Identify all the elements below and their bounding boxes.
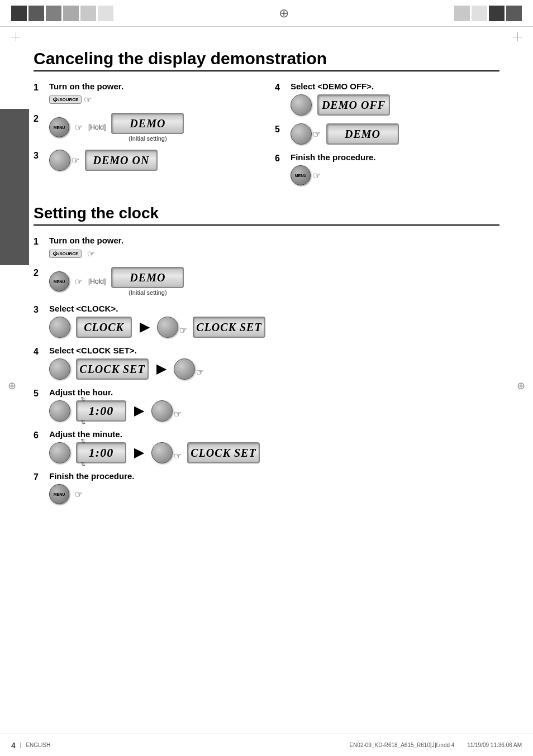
- clock-hold-label-2: [Hold]: [88, 277, 106, 285]
- demo-step-6-body: Finish the procedure. MENU ☞: [291, 152, 499, 185]
- section2-title: Setting the clock: [34, 204, 499, 222]
- reg-mark-mid-left: ⊕: [8, 380, 16, 392]
- demo-step-6-num: 6: [275, 154, 291, 164]
- knob-circle-3[interactable]: [49, 150, 70, 171]
- menu-finish-group: MENU ☞: [291, 165, 321, 185]
- clock-step-5: 5 Adjust the hour. ⇅ 1:00 ⇅ ▶ ☞: [34, 387, 499, 422]
- hand-icon-c5: ☞: [174, 409, 182, 419]
- clock-step-2-row: MENU ☞ [Hold] DEMO (Initial setting): [49, 267, 499, 296]
- color-block-4: [63, 6, 79, 21]
- arrow-3: ▶: [140, 320, 149, 334]
- color-block-1: [11, 6, 27, 21]
- demo-step-4-row: DEMO OFF: [291, 94, 499, 116]
- source-button-group: ⏻/SOURCE ☞: [49, 94, 92, 105]
- demo-step-5-row: ☞ DEMO: [291, 123, 499, 145]
- hand-icon-c6: ☞: [174, 451, 182, 461]
- demo-off-display: DEMO OFF: [317, 94, 390, 116]
- demo-step-3-num: 3: [34, 151, 49, 161]
- clock-step-2-body: MENU ☞ [Hold] DEMO (Initial setting): [49, 267, 499, 296]
- source-button[interactable]: ⏻/SOURCE: [49, 95, 82, 104]
- demo-step-1-num: 1: [34, 83, 49, 93]
- clock-step-3-label: Select <CLOCK>.: [49, 304, 499, 313]
- clock-knob-6[interactable]: [49, 442, 70, 463]
- right-color-strip: [454, 6, 522, 21]
- clock-knob-4-hand: ☞: [174, 358, 204, 380]
- knob-4: [291, 94, 312, 116]
- section2-rule: [34, 224, 499, 226]
- demo-step-1-label: Turn on the power.: [49, 82, 258, 91]
- hand-icon-c2: ☞: [75, 276, 83, 287]
- arrow-5: ▶: [134, 404, 144, 418]
- section1-title: Canceling the display demonstration: [34, 49, 499, 68]
- demo-step-3-row: ☞ DEMO ON: [49, 150, 258, 171]
- demo-step-3: 3 ☞ DEMO ON: [34, 150, 258, 171]
- page-number: 4: [11, 741, 16, 750]
- demo-step-1: 1 Turn on the power. ⏻/SOURCE ☞: [34, 82, 258, 105]
- clock-display-3: CLOCK: [76, 317, 132, 338]
- clock-step-5-row: ⇅ 1:00 ⇅ ▶ ☞: [49, 400, 499, 422]
- demo-on-display: DEMO ON: [85, 150, 158, 171]
- clock-knob-5-hand: ☞: [151, 400, 182, 422]
- power-icon-clock: ⏻: [53, 251, 57, 256]
- up-arrows: ⇅: [80, 396, 85, 403]
- demo-step-2: 2 MENU ☞ [Hold] DEMO (Initial setting): [34, 113, 258, 142]
- demo-step-4-body: Select <DEMO OFF>. DEMO OFF: [291, 82, 499, 116]
- arrow-4: ▶: [156, 362, 166, 376]
- clock-step-1: 1 Turn on the power. ⏻/SOURCE ☞: [34, 236, 499, 259]
- down-arrows: ⇅: [80, 419, 85, 426]
- clock-set-display-4: CLOCK SET: [76, 358, 149, 380]
- hand-icon-c3: ☞: [179, 325, 187, 336]
- knob-circle-5[interactable]: [291, 123, 312, 145]
- color-block-r3: [489, 6, 505, 21]
- clock-knob-6b[interactable]: [151, 442, 173, 463]
- knob-3: ☞: [49, 150, 79, 171]
- section1-rule: [34, 70, 499, 71]
- demo-step-2-body: MENU ☞ [Hold] DEMO (Initial setting): [49, 113, 258, 142]
- hand-icon-c4: ☞: [196, 367, 204, 377]
- footer-right: EN02-09_KD-R618_A615_R610[J]f.indd 4 11/…: [349, 742, 522, 748]
- hold-label-2: [Hold]: [88, 123, 106, 131]
- color-block-5: [80, 6, 96, 21]
- clock-step-3: 3 Select <CLOCK>. CLOCK ▶ ☞ CLOCK SET: [34, 304, 499, 338]
- clock-knob-4[interactable]: [49, 358, 70, 380]
- color-block-6: [98, 6, 113, 21]
- clock-step-2-num: 2: [34, 268, 49, 278]
- menu-button-2[interactable]: MENU: [49, 117, 69, 137]
- clock-menu-button-7[interactable]: MENU: [49, 484, 69, 504]
- crosshair-left-icon: ⊕: [8, 380, 16, 391]
- demo-step-3-body: ☞ DEMO ON: [49, 150, 258, 171]
- clock-menu-button-2[interactable]: MENU: [49, 271, 69, 291]
- power-icon: ⏻: [53, 97, 57, 102]
- clock-knob-5b[interactable]: [151, 400, 173, 422]
- demo-display-box-2: DEMO: [111, 113, 184, 134]
- clock-knob-3b[interactable]: [157, 317, 178, 338]
- menu-button-6[interactable]: MENU: [291, 165, 311, 185]
- clock-step-6-row: ⇅ 1:00 ⇅ ▶ ☞ CLOCK SET: [49, 442, 499, 463]
- demo-step-5-body: ☞ DEMO: [291, 123, 499, 145]
- clock-demo-display-box: DEMO: [111, 267, 184, 288]
- demo-step-2-row: MENU ☞ [Hold] DEMO (Initial setting): [49, 113, 258, 142]
- knob-5: ☞: [291, 123, 321, 145]
- clock-knob-4b[interactable]: [174, 358, 195, 380]
- clock-step-7-body: Finish the procedure. MENU ☞: [49, 471, 499, 504]
- clock-demo-display: DEMO (Initial setting): [111, 267, 184, 296]
- hand-icon-3: ☞: [72, 155, 79, 171]
- clock-knob-5[interactable]: [49, 400, 70, 422]
- clock-source-button[interactable]: ⏻/SOURCE: [49, 250, 82, 258]
- demo-step-5: 5 ☞ DEMO: [275, 123, 499, 145]
- clock-step-4-num: 4: [34, 347, 49, 357]
- clock-knob-3[interactable]: [49, 317, 70, 338]
- knob-circle-4[interactable]: [291, 94, 312, 116]
- clock-step-1-row: ⏻/SOURCE ☞: [49, 248, 499, 259]
- demo-step-2-num: 2: [34, 114, 49, 124]
- color-block-2: [28, 6, 44, 21]
- hand-icon-1: ☞: [84, 94, 92, 105]
- clock-step-1-num: 1: [34, 237, 49, 247]
- demo-step-4-num: 4: [275, 83, 291, 93]
- hour-display-group: ⇅ 1:00 ⇅: [76, 400, 126, 422]
- reg-mark-top-right: [513, 32, 522, 37]
- clock-set-display-6: CLOCK SET: [187, 442, 260, 463]
- hand-icon-c7: ☞: [75, 489, 83, 500]
- clock-step-6: 6 Adjust the minute. ⇅ 1:00 ⇅ ▶ ☞ CLOCK …: [34, 429, 499, 463]
- hand-icon-5: ☞: [313, 129, 321, 145]
